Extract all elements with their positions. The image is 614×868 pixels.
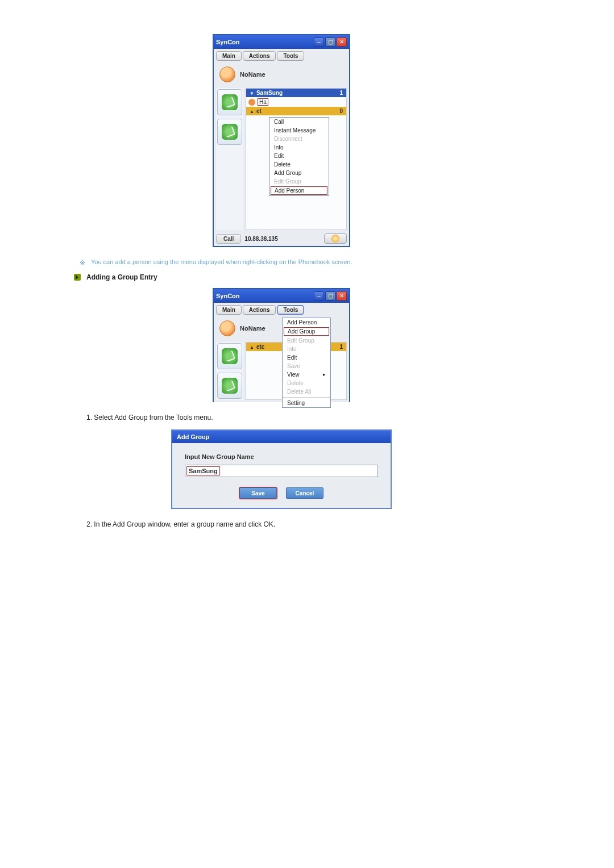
note: ※ You can add a person using the menu di…: [80, 258, 489, 266]
restore-button[interactable]: ▢: [325, 291, 335, 301]
syncon-window-context: SynCon – ▢ ✕ Main Actions Tools NoName: [213, 34, 350, 247]
phonebook-pane[interactable]: SamSung 1 Ha et 0: [246, 88, 347, 230]
minimize-button[interactable]: –: [314, 291, 324, 301]
tools-edit[interactable]: Edit: [283, 353, 330, 362]
group-count: 1: [339, 90, 343, 96]
section-heading: Adding a Group Entry: [74, 273, 489, 281]
context-menu: Call Instant Message Disconnect Info Edi…: [269, 117, 329, 196]
group-header-etc[interactable]: et 0: [246, 107, 346, 115]
group-name-input[interactable]: SamSung: [185, 465, 378, 477]
heading-text: Adding a Group Entry: [86, 273, 157, 281]
sidebar: [216, 88, 243, 230]
tools-view[interactable]: View: [283, 370, 330, 379]
ctx-edit-group: Edit Group: [269, 177, 329, 186]
contact-name: Ha: [258, 98, 268, 106]
note-text: You can add a person using the menu disp…: [91, 258, 352, 265]
phone-in-icon: [222, 348, 238, 364]
phone-in-icon: [222, 94, 238, 110]
cancel-button[interactable]: Cancel: [286, 487, 323, 499]
restore-button[interactable]: ▢: [325, 37, 335, 47]
group-etc-label: etc: [256, 344, 264, 350]
avatar: [219, 66, 235, 82]
ctx-disconnect: Disconnect: [269, 135, 329, 143]
contact-row[interactable]: Ha: [246, 97, 346, 107]
menu-actions[interactable]: Actions: [243, 305, 276, 315]
status-bar: Call 10.88.38.135: [216, 233, 347, 244]
minimize-button[interactable]: –: [314, 37, 324, 47]
group-header-samsung[interactable]: SamSung 1: [246, 89, 346, 97]
group-etc-count: 0: [339, 108, 343, 114]
tools-delete-all: Delete All: [283, 387, 330, 396]
ctx-delete[interactable]: Delete: [269, 160, 329, 169]
tools-delete: Delete: [283, 379, 330, 387]
profile-name: NoName: [240, 325, 265, 332]
ctx-call[interactable]: Call: [269, 118, 329, 126]
group-etc-count: 1: [339, 344, 343, 350]
menu-tools[interactable]: Tools: [277, 51, 304, 61]
sidebar-callers-button[interactable]: [217, 343, 242, 369]
window-title: SynCon: [216, 293, 240, 299]
dialog-title: Add Group: [172, 431, 391, 443]
contact-avatar-icon: [248, 99, 255, 106]
menu-main[interactable]: Main: [216, 305, 242, 315]
sidebar-dialed-button[interactable]: [217, 373, 242, 399]
sidebar-dialed-button[interactable]: [217, 119, 242, 145]
tools-save: Save: [283, 362, 330, 370]
syncon-window-tools: SynCon – ▢ ✕ Main Actions Tools NoName: [213, 288, 350, 402]
arrow-bullet-icon: [74, 274, 81, 281]
ctx-instant-message[interactable]: Instant Message: [269, 126, 329, 135]
note-bullet-icon: ※: [80, 258, 85, 266]
save-button[interactable]: Save: [239, 487, 277, 499]
menu-main[interactable]: Main: [216, 51, 242, 61]
add-group-dialog: Add Group Input New Group Name SamSung S…: [171, 429, 392, 509]
tools-setting[interactable]: Setting: [283, 397, 330, 407]
titlebar: SynCon – ▢ ✕: [214, 35, 349, 49]
titlebar: SynCon – ▢ ✕: [214, 289, 349, 303]
ctx-add-person[interactable]: Add Person: [271, 186, 327, 195]
tools-info: Info: [283, 345, 330, 353]
profile-name: NoName: [240, 71, 265, 78]
sidebar: [216, 342, 243, 400]
menubar: Main Actions Tools: [216, 51, 347, 61]
group-name-value: SamSung: [186, 466, 220, 475]
ctx-edit[interactable]: Edit: [269, 152, 329, 160]
status-call-button[interactable]: [324, 233, 347, 244]
avatar: [219, 320, 235, 336]
close-button[interactable]: ✕: [337, 37, 347, 47]
tools-add-person[interactable]: Add Person: [283, 318, 330, 327]
group-etc-label: et: [256, 108, 262, 114]
status-label: Call: [216, 234, 241, 244]
close-button[interactable]: ✕: [337, 291, 347, 301]
menu-actions[interactable]: Actions: [243, 51, 276, 61]
ctx-add-group[interactable]: Add Group: [269, 169, 329, 177]
menubar: Main Actions Tools: [216, 305, 347, 315]
dialog-label: Input New Group Name: [185, 453, 378, 460]
tools-edit-group: Edit Group: [283, 336, 330, 345]
menu-tools[interactable]: Tools: [277, 305, 304, 315]
step-1: 1. Select Add Group from the Tools menu.: [86, 414, 489, 422]
tools-dropdown: Add Person Add Group Edit Group Info Edi…: [282, 318, 331, 408]
tools-add-group[interactable]: Add Group: [284, 327, 329, 336]
sidebar-callers-button[interactable]: [217, 89, 242, 115]
group-name: SamSung: [256, 90, 283, 96]
ctx-info[interactable]: Info: [269, 143, 329, 152]
window-title: SynCon: [216, 39, 240, 45]
phone-out-icon: [222, 124, 238, 140]
phone-out-icon: [222, 378, 238, 394]
step-2: 2. In the Add Group window, enter a grou…: [86, 520, 489, 528]
status-ip: 10.88.38.135: [244, 236, 277, 242]
swirl-icon: [331, 235, 339, 243]
